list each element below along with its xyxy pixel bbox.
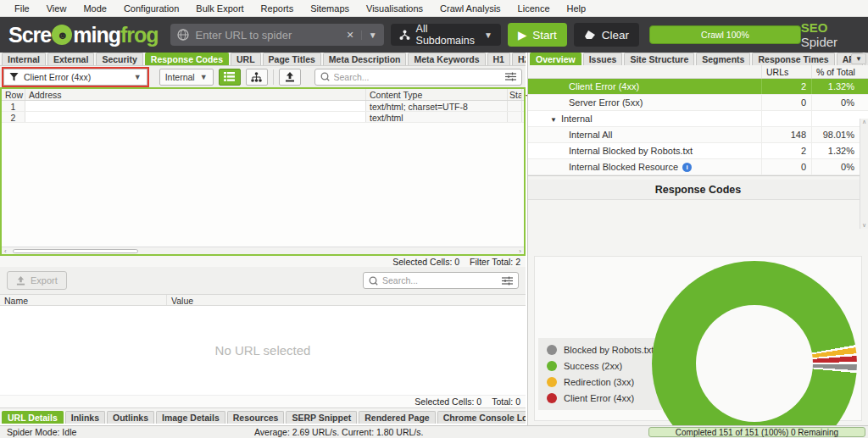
scroll-up-icon[interactable]: ∧ (862, 119, 866, 125)
url-history-chevron-icon[interactable]: ▼ (361, 30, 377, 40)
tab-external[interactable]: External (47, 53, 94, 65)
tab-meta-description[interactable]: Meta Description (323, 53, 407, 65)
vertical-scrollbar[interactable]: ∧ ∨ (860, 119, 868, 229)
overview-row-server-error[interactable]: Server Error (5xx) 0 0% (528, 95, 868, 111)
tree-view-button[interactable] (246, 69, 268, 86)
overview-row-internal-all[interactable]: Internal All 148 98.01% (528, 127, 868, 143)
search-options-icon[interactable] (502, 276, 513, 286)
tab-image-details[interactable]: Image Details (156, 411, 225, 424)
start-button[interactable]: ▶ Start (508, 23, 567, 47)
brand-text: SEO Spider (801, 20, 858, 49)
overview-row-client-error[interactable]: Client Error (4xx) 2 1.32% (528, 79, 868, 95)
tab-internal[interactable]: Internal (2, 53, 46, 65)
row-status (508, 112, 522, 122)
tab-issues[interactable]: Issues (583, 53, 623, 65)
list-view-button[interactable] (219, 69, 241, 86)
col-header-pct[interactable]: % of Total (811, 65, 860, 78)
tab-site-structure[interactable]: Site Structure (624, 53, 694, 65)
tab-outlinks[interactable]: Outlinks (107, 411, 154, 424)
tab-resources[interactable]: Resources (227, 411, 285, 424)
scroll-down-icon[interactable]: ∨ (862, 222, 866, 229)
more-tabs-chevron-icon[interactable]: ▼ (851, 53, 866, 64)
overview-row-internal-blocked-robots[interactable]: Internal Blocked by Robots.txt 2 1.32% (528, 143, 868, 159)
row-content-type: text/html (366, 112, 508, 122)
export-button-top[interactable] (279, 69, 301, 86)
tab-security[interactable]: Security (96, 53, 142, 65)
url-input[interactable] (196, 29, 340, 42)
col-header-address[interactable]: Address (25, 89, 366, 100)
menu-bulk-export[interactable]: Bulk Export (188, 2, 251, 15)
scroll-right-icon[interactable]: › (516, 247, 524, 255)
row-address (25, 101, 366, 111)
menu-crawl-analysis[interactable]: Crawl Analysis (432, 2, 509, 15)
menu-file[interactable]: File (7, 2, 37, 15)
selected-cells-count: Selected Cells: 0 (392, 257, 459, 267)
tab-inlinks[interactable]: Inlinks (65, 411, 105, 424)
legend-item: Client Error (4xx) (547, 393, 654, 403)
legend-dot-blocked (547, 345, 557, 355)
legend-item: Redirection (3xx) (547, 377, 654, 387)
tab-response-codes[interactable]: Response Codes (145, 53, 229, 65)
menu-mode[interactable]: Mode (75, 2, 114, 15)
tab-page-titles[interactable]: Page Titles (263, 53, 321, 65)
col-header-name[interactable]: Name (0, 295, 167, 305)
overview-group-internal[interactable]: ▼Internal (528, 111, 868, 127)
scroll-left-icon[interactable]: ‹ (2, 247, 9, 255)
legend-item: Blocked by Robots.txt (547, 345, 654, 355)
col-header-urls[interactable]: URLs (761, 65, 811, 78)
details-selection-summary: Selected Cells: 0 Total: 0 (0, 396, 526, 408)
tab-rendered-page[interactable]: Rendered Page (359, 411, 435, 424)
export-label: Export (31, 275, 58, 286)
export-button-bottom[interactable]: Export (7, 271, 67, 290)
legend-label: Redirection (3xx) (564, 377, 634, 387)
tab-segments[interactable]: Segments (696, 53, 750, 65)
tab-h1[interactable]: H1 (487, 53, 510, 65)
horizontal-scrollbar[interactable]: ‹ › (2, 247, 524, 254)
menu-reports[interactable]: Reports (253, 2, 302, 15)
tab-serp-snippet[interactable]: SERP Snippet (286, 411, 357, 424)
scrollbar-thumb[interactable] (13, 249, 138, 253)
clear-label: Clear (602, 29, 629, 42)
overview-row-internal-blocked-resource[interactable]: Internal Blocked Resourcei 0 0% (528, 159, 868, 175)
tab-url-details[interactable]: URL Details (2, 411, 64, 424)
col-header-content-type[interactable]: Content Type (366, 89, 508, 100)
details-search-box (363, 272, 519, 289)
clear-url-icon[interactable]: ✕ (346, 30, 353, 41)
menu-sitemaps[interactable]: Sitemaps (303, 2, 357, 15)
menu-view[interactable]: View (39, 2, 75, 15)
selection-summary: Selected Cells: 0 Filter Total: 2 (0, 256, 526, 267)
tab-h2[interactable]: H2 (512, 53, 526, 65)
col-header-value[interactable]: Value (167, 295, 526, 305)
overview-row-pct: 0% (811, 95, 860, 110)
tab-overview[interactable]: Overview (530, 53, 581, 65)
table-row[interactable]: 1 text/html; charset=UTF-8 (2, 101, 524, 112)
details-search-input[interactable] (382, 275, 498, 286)
completion-progress-label: Completed 151 of 151 (100%) 0 Remaining (676, 428, 838, 437)
collapse-caret-icon[interactable]: ▼ (550, 116, 557, 124)
play-icon: ▶ (518, 28, 526, 42)
legend-item: Success (2xx) (547, 361, 654, 371)
legend-label: Success (2xx) (564, 361, 622, 371)
tab-response-times[interactable]: Response Times (752, 53, 834, 65)
list-view-icon (224, 72, 235, 81)
subdomains-dropdown[interactable]: All Subdomains ▼ (391, 24, 501, 46)
menu-help[interactable]: Help (559, 2, 594, 15)
globe-icon (177, 29, 189, 41)
search-options-icon[interactable] (505, 72, 516, 81)
col-header-status[interactable]: Sta (508, 89, 522, 100)
tab-url[interactable]: URL (231, 53, 261, 65)
scope-dropdown[interactable]: Internal & Ext... ▼ (159, 69, 214, 86)
info-icon[interactable]: i (682, 163, 692, 172)
main-search-input[interactable] (334, 72, 502, 82)
col-header-row[interactable]: Row (2, 89, 25, 100)
tab-meta-keywords[interactable]: Meta Keywords (408, 53, 485, 65)
frog-icon: ☻ (52, 25, 72, 45)
menu-licence[interactable]: Licence (510, 2, 558, 15)
tab-chrome-console-log[interactable]: Chrome Console Log (437, 411, 526, 424)
clear-button[interactable]: Clear (574, 23, 639, 47)
logo-text-ming: ming (73, 23, 120, 47)
filter-dropdown[interactable]: Client Error (4xx) ▼ (3, 69, 147, 86)
menu-visualisations[interactable]: Visualisations (359, 2, 431, 15)
table-row[interactable]: 2 text/html (2, 112, 524, 123)
menu-configuration[interactable]: Configuration (116, 2, 186, 15)
